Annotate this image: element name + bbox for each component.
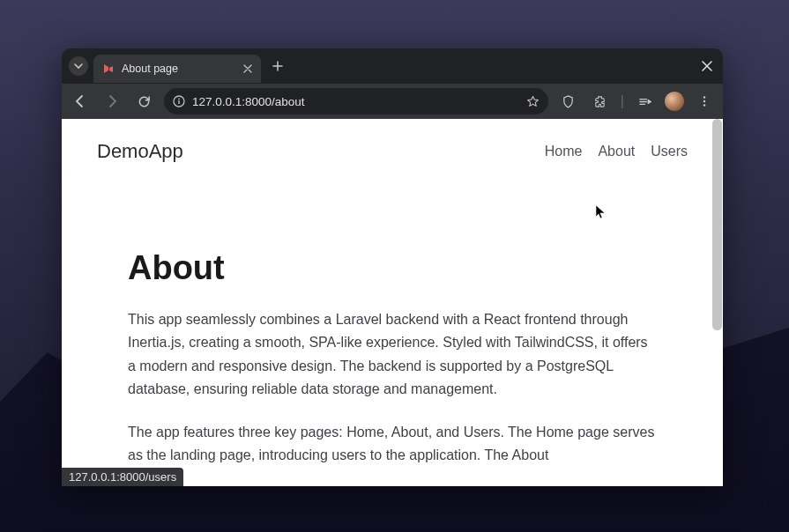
about-paragraph-2: The app features three key pages: Home, … [128,421,657,468]
new-tab-button[interactable] [266,55,289,78]
link-hover-status: 127.0.0.1:8000/users [62,468,183,486]
tab-strip: About page [62,48,723,84]
page-content: About This app seamlessly combines a Lar… [110,249,674,467]
svg-rect-2 [178,100,179,104]
tab-close-icon[interactable] [243,64,252,73]
tab-search-button[interactable] [69,56,88,76]
address-bar[interactable]: 127.0.0.1:8000/about [164,88,548,115]
forward-button[interactable] [100,90,123,113]
url-text: 127.0.0.1:8000/about [192,95,305,108]
svg-point-5 [703,104,705,106]
mouse-cursor-icon [596,205,607,219]
back-button[interactable] [69,90,92,113]
toolbar-separator: | [621,93,624,109]
kebab-menu-icon[interactable] [693,90,716,113]
site-nav: Home About Users [545,144,688,159]
page-heading: About [128,249,657,287]
tab-active[interactable]: About page [93,55,261,83]
browser-toolbar: 127.0.0.1:8000/about | [62,84,723,119]
reload-button[interactable] [132,90,155,113]
tab-title: About page [122,63,178,75]
svg-point-1 [178,98,180,100]
about-paragraph-1: This app seamlessly combines a Laravel b… [128,308,657,402]
shield-icon[interactable] [557,90,580,113]
laravel-favicon-icon [102,63,115,75]
nav-users[interactable]: Users [651,144,688,159]
site-info-icon[interactable] [173,95,185,107]
page-viewport: DemoApp Home About Users About This app … [62,119,723,486]
vertical-scrollbar[interactable] [711,119,723,486]
media-control-icon[interactable] [633,90,656,113]
site-logo[interactable]: DemoApp [97,140,183,163]
svg-point-4 [703,100,705,102]
window-close-icon[interactable] [702,61,712,71]
site-header: DemoApp Home About Users [62,119,723,170]
scrollbar-thumb[interactable] [712,119,722,330]
svg-point-3 [703,96,705,98]
nav-home[interactable]: Home [545,144,583,159]
profile-avatar[interactable] [665,92,684,111]
extensions-icon[interactable] [589,90,612,113]
browser-window: About page 127.0.0.1:8000/about [62,48,723,486]
bookmark-star-icon[interactable] [526,95,540,108]
nav-about[interactable]: About [598,144,635,159]
